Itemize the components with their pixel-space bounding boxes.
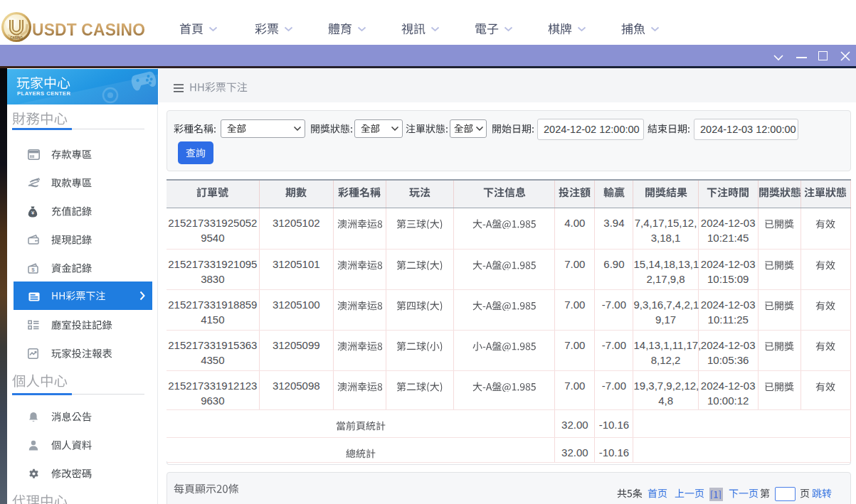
svg-text:CASINO: CASINO	[10, 36, 23, 40]
svg-text:$: $	[31, 267, 35, 273]
